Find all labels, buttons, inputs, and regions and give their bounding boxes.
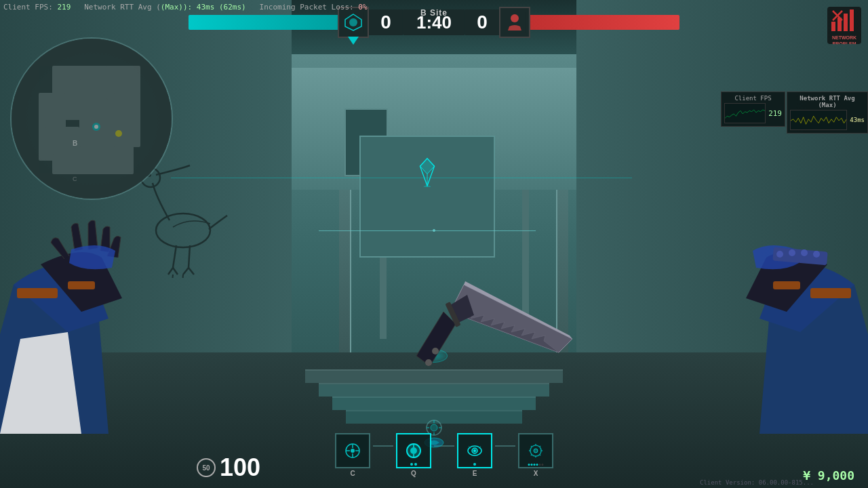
svg-point-9: [432, 348, 439, 354]
fps-panel-label: Client FPS: [724, 95, 782, 102]
network-panel-label: Network RTT Avg (Max): [790, 95, 865, 108]
right-hand: [624, 149, 868, 434]
gem-icon: [415, 157, 439, 187]
network-rtt-panel: Network RTT Avg (Max) 43ms: [787, 92, 868, 134]
minimap-background: B C: [12, 39, 172, 199]
knife-weapon: [396, 230, 586, 447]
svg-point-10: [425, 359, 432, 366]
network-graph: [790, 110, 847, 130]
svg-rect-39: [831, 22, 835, 31]
svg-point-17: [801, 249, 808, 256]
svg-text:NETWORK: NETWORK: [832, 35, 856, 40]
network-panel-value: 43ms: [850, 117, 865, 123]
minimap-mask: [12, 39, 172, 199]
fps-panel-value: 219: [768, 109, 782, 118]
fps-graph: [724, 103, 766, 123]
svg-rect-8: [68, 281, 95, 289]
svg-rect-13: [773, 281, 800, 289]
svg-rect-42: [850, 9, 854, 31]
svg-rect-12: [810, 288, 851, 298]
svg-point-18: [813, 251, 820, 258]
svg-point-15: [776, 251, 783, 258]
network-problem-icon: NETWORK PROBLEM: [827, 7, 861, 41]
minimap: B C: [10, 37, 173, 200]
svg-point-16: [789, 249, 795, 256]
svg-text:PROBLEM: PROBLEM: [833, 41, 856, 44]
svg-rect-41: [844, 14, 848, 31]
fps-panel: Client FPS 219: [721, 92, 785, 127]
svg-rect-7: [17, 288, 58, 298]
client-version: Client Version: 06.00.00-815...: [700, 479, 814, 486]
